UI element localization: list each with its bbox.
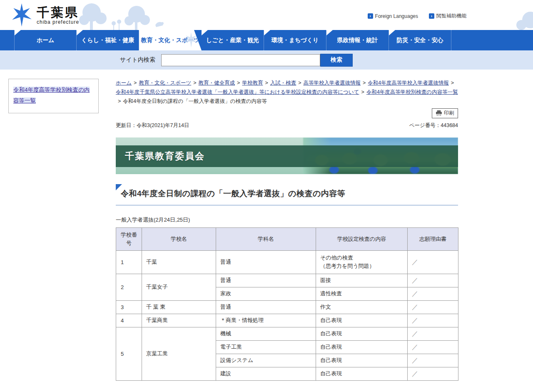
print-button[interactable]: 印刷 — [432, 108, 458, 118]
accessibility-link[interactable]: › 閲覧補助機能 — [429, 12, 466, 20]
breadcrumb-separator: > — [237, 80, 240, 86]
board-of-education-banner: 千葉県教育委員会 — [116, 137, 458, 174]
column-header-school-number: 学校番号 — [116, 227, 142, 250]
breadcrumb-separator: > — [134, 80, 137, 86]
breadcrumb-separator: > — [193, 80, 196, 86]
table-row: 5 京葉工業 機械 自己表現 ／ — [116, 327, 458, 340]
breadcrumb: ホーム>教育・文化・スポーツ>教育・健全育成>学校教育>入試・検査>高等学校入学… — [116, 79, 458, 106]
nav-tab-kyoiku-active[interactable]: 教育・文化・スポーツ — [139, 30, 202, 50]
breadcrumb-separator: > — [118, 98, 121, 104]
nav-filler — [451, 30, 533, 50]
breadcrumb-link[interactable]: 教育・健全育成 — [199, 80, 235, 86]
breadcrumb-link[interactable]: 入試・検査 — [270, 80, 296, 86]
cell-department: 電子工業 — [216, 340, 316, 354]
column-header-department: 学科名 — [216, 227, 316, 250]
logo-title: 千葉県 — [37, 5, 79, 19]
breadcrumb-current-page: 令和4年度全日制の課程の「一般入学者選抜」の検査の内容等 — [123, 98, 267, 104]
cell-application-form: ／ — [408, 327, 458, 340]
cell-application-form: ／ — [408, 314, 458, 327]
search-button[interactable]: 検索 — [320, 54, 353, 67]
table-row: 2 千葉女子 普通 面接 ／ — [116, 274, 458, 287]
breadcrumb-link[interactable]: ホーム — [116, 80, 132, 86]
cell-application-form: ／ — [408, 300, 458, 314]
cell-school-name: 千 葉 東 — [142, 300, 216, 314]
table-header-row: 学校番号 学校名 学科名 学校設定検査の内容 志願理由書 — [116, 227, 458, 250]
site-logo[interactable]: 千葉県 chiba prefecture — [11, 3, 79, 27]
title-corner-triangle — [116, 184, 122, 190]
cell-department: 普通 — [216, 274, 316, 287]
cell-exam-content: 作文 — [316, 300, 408, 314]
column-header-application-form: 志願理由書 — [408, 227, 458, 250]
updated-date: 更新日：令和3(2021)年7月14日 — [116, 122, 189, 129]
nav-tab-label: 防災・安全・安心 — [397, 37, 443, 44]
breadcrumb-separator: > — [298, 80, 301, 86]
banner-title-band: 千葉県教育委員会 — [116, 145, 458, 167]
main-column: ホーム>教育・文化・スポーツ>教育・健全育成>学校教育>入試・検査>高等学校入学… — [116, 70, 458, 381]
site-header: 千葉県 chiba prefecture › Foreign Languages… — [0, 0, 533, 30]
header-decoration-right — [514, 11, 533, 30]
header-decoration — [74, 0, 174, 30]
cell-exam-content: 面接 — [316, 274, 408, 287]
cell-department: 機械 — [216, 327, 316, 340]
tab-corner-decoration — [326, 30, 333, 35]
nav-tab-label: しごと・産業・観光 — [206, 37, 259, 44]
nav-tab-kankyo[interactable]: 環境・まちづくり — [264, 30, 326, 50]
cell-exam-content: 自己表現 — [316, 327, 408, 340]
table-row: 3 千 葉 東 普通 作文 ／ — [116, 300, 458, 314]
breadcrumb-link[interactable]: 教育・文化・スポーツ — [139, 80, 191, 86]
sidebar-related-links: 令和4年度高等学校別検査の内容等一覧 — [8, 79, 99, 113]
page-content: 令和4年度高等学校別検査の内容等一覧 ホーム>教育・文化・スポーツ>教育・健全育… — [0, 70, 533, 381]
sidebar-item-exam-list-link[interactable]: 令和4年度高等学校別検査の内容等一覧 — [13, 87, 90, 104]
tab-corner-decoration — [264, 30, 270, 35]
meta-row: 更新日：令和3(2021)年7月14日 ページ番号：443684 — [116, 122, 458, 129]
breadcrumb-link[interactable]: 令和4年度千葉県公立高等学校入学者選抜「一般入学者選抜」等における学校設定検査の… — [116, 89, 359, 95]
search-input[interactable] — [161, 54, 320, 66]
cell-application-form: ／ — [408, 287, 458, 300]
column-header-exam-content: 学校設定検査の内容 — [316, 227, 408, 250]
cell-department: 家政 — [216, 287, 316, 300]
cell-application-form: ／ — [408, 274, 458, 287]
breadcrumb-link[interactable]: 令和4年度高等学校入学者選抜情報 — [368, 80, 448, 86]
tab-corner-decoration — [77, 30, 83, 35]
cell-school-number: 3 — [116, 300, 142, 314]
page-title-block: 令和4年度全日制の課程の「一般入学者選抜」の検査の内容等 — [116, 185, 458, 205]
breadcrumb-link[interactable]: 令和4年度高等学校別検査の内容等一覧 — [366, 89, 458, 95]
printer-icon — [436, 110, 442, 116]
nav-tab-kurashi[interactable]: くらし・福祉・健康 — [77, 30, 139, 50]
school-exam-table: 学校番号 学校名 学科名 学校設定検査の内容 志願理由書 1 千葉 普通 その他… — [116, 227, 458, 381]
cell-exam-content: 自己表現 — [316, 340, 408, 354]
breadcrumb-separator: > — [363, 80, 366, 86]
nav-tab-home[interactable]: ホーム — [14, 30, 77, 50]
cell-school-number: 2 — [116, 274, 142, 300]
cell-school-name: 千葉女子 — [142, 274, 216, 300]
foreign-languages-label: Foreign Languages — [375, 13, 418, 19]
arrow-icon: › — [368, 13, 373, 19]
nav-tab-label: ホーム — [37, 37, 55, 44]
print-label: 印刷 — [444, 110, 454, 117]
nav-tab-shigoto[interactable]: しごと・産業・観光 — [202, 30, 264, 50]
cell-exam-content: その他の検査 （思考力を問う問題） — [316, 250, 408, 274]
cell-department: 設備システム — [216, 354, 316, 367]
nav-tab-kensei[interactable]: 県政情報・統計 — [326, 30, 389, 50]
nav-tab-bosai[interactable]: 防災・安全・安心 — [389, 30, 451, 50]
cell-exam-content: 自己表現 — [316, 354, 408, 367]
print-row: 印刷 — [116, 108, 458, 118]
chiba-prefecture-logo-icon — [11, 3, 32, 27]
page-number: ページ番号：443684 — [409, 122, 458, 129]
cell-application-form: ／ — [408, 340, 458, 354]
nav-tab-label: 環境・まちづくり — [271, 37, 319, 44]
header-utility-links: › Foreign Languages › 閲覧補助機能 — [368, 12, 466, 20]
breadcrumb-link[interactable]: 学校教育 — [242, 80, 263, 86]
foreign-languages-link[interactable]: › Foreign Languages — [368, 12, 418, 20]
exam-date-subtitle: 一般入学者選抜(2月24日,25日) — [116, 216, 458, 224]
tab-corner-decoration — [202, 30, 208, 35]
cell-department: 普通 — [216, 250, 316, 274]
cell-exam-content: 自己表現 — [316, 367, 408, 380]
cell-school-name: 千葉 — [142, 250, 216, 274]
cell-application-form: ／ — [408, 354, 458, 367]
cell-exam-content: 自己表現 — [316, 314, 408, 327]
cell-school-name: 千葉商業 — [142, 314, 216, 327]
cell-school-number: 1 — [116, 250, 142, 274]
cell-department: 建設 — [216, 367, 316, 380]
breadcrumb-link[interactable]: 高等学校入学者選抜情報 — [304, 80, 361, 86]
